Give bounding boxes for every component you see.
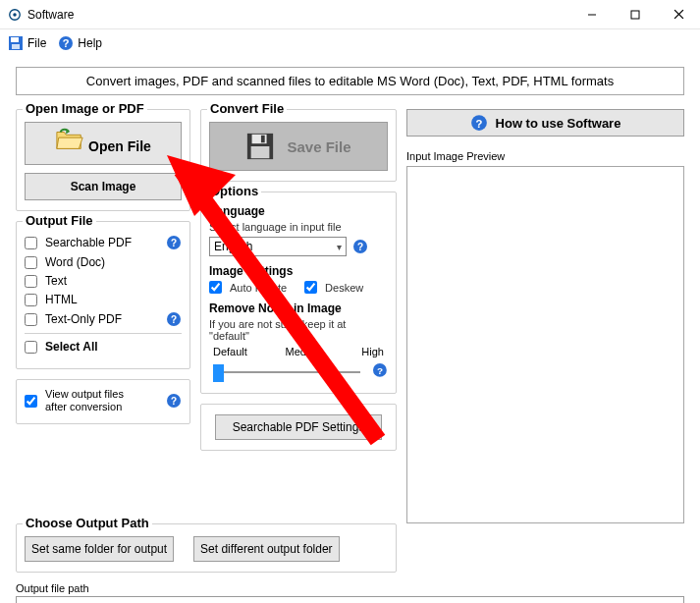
svg-rect-7 [11, 37, 19, 42]
select-all-checkbox[interactable] [25, 341, 37, 354]
noise-subhead: Remove Noise in Image [209, 302, 388, 315]
output-path-value: No path selected [16, 596, 684, 603]
slider-label-medium: Medium [286, 346, 324, 357]
open-group-title: Open Image or PDF [23, 101, 147, 116]
close-button[interactable] [657, 1, 700, 28]
svg-text:?: ? [171, 238, 177, 248]
save-icon [8, 35, 24, 51]
output-path-title: Output file path [16, 582, 684, 594]
folder-open-icon [55, 128, 84, 151]
app-icon [8, 8, 22, 22]
chevron-down-icon: ▾ [337, 242, 342, 252]
pdf-settings-group: Searchable PDF Settings [200, 404, 397, 451]
view-after-checkbox[interactable] [25, 395, 37, 408]
save-file-button[interactable]: Save File [209, 122, 388, 171]
minimize-button[interactable] [570, 1, 614, 28]
select-all-label: Select All [45, 340, 98, 354]
scan-image-label: Scan Image [71, 180, 136, 193]
noise-hint: If you are not sure, keep it at "default… [209, 318, 388, 342]
noise-slider[interactable] [209, 359, 366, 383]
help-icon[interactable]: ? [166, 235, 182, 250]
deskew-label: Deskew [325, 282, 363, 294]
textonly-pdf-checkbox[interactable] [25, 313, 37, 326]
svg-rect-20 [261, 136, 265, 143]
searchable-pdf-checkbox[interactable] [25, 237, 37, 249]
word-checkbox[interactable] [25, 256, 37, 269]
language-select[interactable]: English▾ [209, 237, 347, 256]
svg-rect-8 [12, 44, 20, 49]
html-label: HTML [45, 293, 78, 306]
save-file-label: Save File [287, 138, 350, 155]
floppy-icon [245, 132, 275, 161]
maximize-button[interactable] [614, 1, 657, 28]
searchable-pdf-settings-button[interactable]: Searchable PDF Settings [215, 414, 382, 440]
diff-folder-button[interactable]: Set different output folder [193, 536, 340, 562]
choose-output-path-group: Choose Output Path Set same folder for o… [16, 523, 397, 573]
slider-thumb[interactable] [213, 364, 224, 382]
options-group: Options Language Select language in inpu… [200, 192, 397, 394]
text-checkbox[interactable] [25, 275, 37, 288]
searchable-pdf-settings-label: Searchable PDF Settings [233, 420, 365, 434]
content: Convert images, PDF and scanned files to… [0, 57, 700, 603]
svg-text:?: ? [63, 37, 70, 49]
help-icon[interactable]: ? [372, 362, 388, 378]
how-to-label: How to use Software [496, 116, 621, 131]
options-title: Options [207, 184, 261, 198]
output-file-group: Output File Searchable PDF? Word (Doc) T… [16, 221, 190, 369]
textonly-pdf-label: Text-Only PDF [45, 312, 122, 326]
word-label: Word (Doc) [45, 255, 105, 269]
how-to-button[interactable]: ? How to use Software [406, 109, 684, 137]
help-menu-label: Help [78, 36, 102, 50]
scan-image-button[interactable]: Scan Image [25, 173, 182, 200]
titlebar: Software [0, 0, 700, 29]
choose-output-path-title: Choose Output Path [23, 516, 152, 530]
svg-text:?: ? [171, 314, 177, 325]
open-file-label: Open File [88, 138, 151, 154]
help-icon: ? [470, 114, 488, 132]
text-label: Text [45, 274, 67, 288]
open-group: Open Image or PDF Open File Scan Image [16, 109, 190, 211]
view-after-group: View output files after conversion ? [16, 379, 190, 424]
view-after-label: View output files after conversion [45, 388, 124, 413]
help-icon[interactable]: ? [166, 311, 182, 327]
file-menu-label: File [27, 36, 46, 50]
menubar: File ? Help [0, 29, 700, 57]
slider-label-high: High [361, 346, 384, 357]
output-path-section: Output file path No path selected [16, 582, 684, 603]
preview-label: Input Image Preview [406, 150, 684, 162]
searchable-pdf-label: Searchable PDF [45, 236, 132, 249]
language-value: English [214, 240, 252, 253]
diff-folder-label: Set different output folder [200, 542, 333, 556]
svg-text:?: ? [171, 396, 177, 407]
svg-text:?: ? [377, 365, 383, 376]
auto-rotate-label: Auto Rotate [230, 282, 287, 294]
auto-rotate-checkbox[interactable] [209, 281, 222, 294]
slider-label-default: Default [213, 346, 247, 357]
banner: Convert images, PDF and scanned files to… [16, 67, 684, 95]
preview-box [406, 166, 684, 523]
language-subhead: Language [209, 204, 388, 218]
help-menu[interactable]: ? Help [58, 35, 102, 51]
help-menu-icon: ? [58, 35, 74, 51]
deskew-checkbox[interactable] [304, 281, 317, 294]
convert-file-group: Convert File Save File [200, 109, 397, 182]
open-file-button[interactable]: Open File [25, 122, 182, 165]
svg-rect-3 [631, 11, 639, 19]
svg-text:?: ? [357, 242, 363, 252]
html-checkbox[interactable] [25, 294, 37, 306]
svg-point-1 [13, 13, 17, 17]
help-icon[interactable]: ? [166, 393, 182, 409]
svg-text:?: ? [475, 118, 482, 130]
same-folder-button[interactable]: Set same folder for output [25, 536, 174, 562]
language-hint: Select language in input file [209, 221, 388, 233]
same-folder-label: Set same folder for output [31, 542, 167, 556]
image-settings-subhead: Image Settings [209, 264, 388, 278]
help-icon[interactable]: ? [352, 239, 368, 254]
convert-file-title: Convert File [207, 101, 287, 116]
file-menu[interactable]: File [8, 35, 46, 51]
output-file-title: Output File [23, 213, 96, 228]
svg-rect-21 [251, 146, 270, 158]
window-controls [570, 1, 700, 28]
window-title: Software [27, 8, 570, 22]
